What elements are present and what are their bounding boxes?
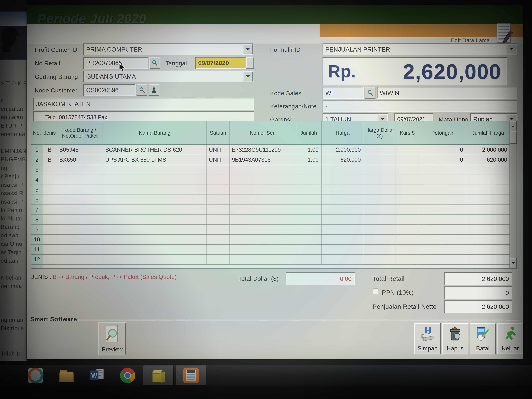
table-cell[interactable] bbox=[396, 195, 419, 204]
background-menu-item[interactable] bbox=[0, 332, 26, 341]
table-cell[interactable] bbox=[57, 205, 103, 215]
table-cell[interactable] bbox=[57, 255, 103, 264]
table-cell[interactable] bbox=[322, 175, 364, 184]
table-cell[interactable] bbox=[419, 165, 466, 175]
background-menu-item[interactable]: enjualan bbox=[0, 105, 26, 113]
table-cell[interactable] bbox=[364, 145, 396, 155]
table-cell[interactable] bbox=[396, 165, 419, 175]
sales-name-field[interactable]: WIWIN bbox=[377, 87, 517, 99]
table-cell[interactable] bbox=[322, 205, 364, 215]
background-menu-item[interactable] bbox=[0, 138, 26, 147]
taskbar-item-active[interactable] bbox=[176, 366, 206, 386]
table-cell[interactable] bbox=[322, 195, 364, 204]
table-cell[interactable] bbox=[43, 185, 57, 195]
table-cell[interactable] bbox=[396, 245, 419, 254]
table-cell[interactable] bbox=[396, 215, 419, 224]
background-menu-item[interactable]: r bbox=[0, 96, 26, 105]
keluar-button[interactable]: Keluar bbox=[497, 323, 523, 354]
table-cell[interactable] bbox=[419, 195, 466, 204]
chevron-down-icon[interactable] bbox=[243, 71, 253, 82]
scrollbar-thumb[interactable] bbox=[510, 132, 517, 144]
table-cell[interactable] bbox=[207, 225, 229, 234]
table-cell[interactable] bbox=[103, 245, 207, 254]
taskbar-item-active[interactable] bbox=[143, 366, 173, 386]
table-cell[interactable] bbox=[296, 215, 322, 224]
table-cell[interactable] bbox=[396, 205, 419, 215]
table-cell[interactable] bbox=[207, 185, 229, 195]
table-cell[interactable]: SCANNER BROTHER DS 620 bbox=[103, 145, 207, 155]
table-cell[interactable] bbox=[296, 255, 322, 264]
table-cell[interactable] bbox=[229, 205, 296, 215]
table-cell[interactable] bbox=[419, 185, 466, 195]
table-cell[interactable] bbox=[364, 205, 396, 215]
formulir-select[interactable]: PENJUALAN PRINTER bbox=[323, 44, 517, 55]
table-cell[interactable] bbox=[43, 255, 57, 264]
no-retail-input[interactable]: PR20070065 bbox=[83, 57, 148, 69]
table-cell[interactable] bbox=[43, 225, 57, 234]
table-cell[interactable]: B05945 bbox=[57, 145, 103, 155]
table-cell[interactable]: B bbox=[43, 145, 57, 155]
table-cell[interactable] bbox=[57, 235, 103, 244]
tanggal-input[interactable]: 09/07/2020 bbox=[195, 57, 246, 69]
table-cell[interactable] bbox=[296, 205, 322, 215]
table-cell[interactable] bbox=[207, 255, 229, 264]
table-cell[interactable] bbox=[43, 215, 57, 224]
table-cell[interactable] bbox=[103, 225, 207, 234]
table-cell[interactable] bbox=[466, 195, 510, 204]
edit-data-lama-link[interactable]: Edit Data Lama bbox=[451, 37, 490, 44]
simpan-button[interactable]: Simpan bbox=[414, 323, 441, 354]
table-cell[interactable] bbox=[103, 215, 207, 224]
kode-customer-input[interactable]: CS0020896 bbox=[83, 84, 136, 96]
table-cell[interactable] bbox=[103, 255, 207, 264]
tanggal-more-button[interactable]: ... bbox=[246, 57, 254, 69]
table-cell[interactable]: B bbox=[43, 155, 57, 165]
background-menu-item[interactable]: Barang bbox=[0, 223, 26, 231]
background-menu-item[interactable]: S T O K B bbox=[0, 79, 26, 88]
background-menu-item[interactable]: enjualan bbox=[0, 113, 26, 121]
table-cell[interactable] bbox=[43, 235, 57, 244]
table-cell[interactable] bbox=[396, 185, 419, 195]
table-cell[interactable] bbox=[296, 165, 322, 175]
table-cell[interactable] bbox=[322, 165, 364, 175]
table-cell[interactable] bbox=[419, 245, 466, 254]
table-cell[interactable] bbox=[322, 245, 364, 254]
hapus-button[interactable]: Hapus bbox=[442, 323, 468, 354]
table-cell[interactable] bbox=[57, 245, 103, 254]
table-cell[interactable] bbox=[296, 195, 322, 204]
table-cell[interactable]: UNIT bbox=[207, 155, 229, 165]
table-cell[interactable] bbox=[57, 225, 103, 234]
background-menu-item[interactable] bbox=[0, 88, 26, 96]
background-menu-item[interactable]: ar Tagih bbox=[0, 248, 26, 257]
table-cell[interactable] bbox=[57, 185, 103, 195]
background-menu-item[interactable]: ediaan bbox=[0, 257, 26, 265]
table-cell[interactable] bbox=[103, 185, 207, 195]
table-cell[interactable] bbox=[229, 255, 296, 264]
background-menu-item[interactable]: nsaksi P bbox=[0, 197, 26, 206]
table-cell[interactable] bbox=[466, 185, 510, 195]
background-menu-item[interactable]: ediaan bbox=[0, 231, 26, 240]
table-cell[interactable] bbox=[57, 165, 103, 175]
table-cell[interactable] bbox=[229, 195, 296, 204]
table-cell[interactable] bbox=[296, 175, 322, 184]
table-cell[interactable]: 2,000,000 bbox=[466, 145, 510, 155]
table-cell[interactable] bbox=[296, 185, 322, 195]
table-cell[interactable] bbox=[43, 165, 57, 175]
table-cell[interactable] bbox=[229, 235, 296, 244]
preview-button[interactable]: Preview bbox=[98, 322, 126, 355]
background-menu-item[interactable] bbox=[0, 299, 26, 307]
background-menu-item[interactable]: r Penju bbox=[0, 172, 26, 181]
table-cell[interactable] bbox=[364, 245, 396, 254]
table-cell[interactable] bbox=[57, 215, 103, 224]
background-menu-item[interactable]: EMINJAN bbox=[0, 147, 26, 155]
background-menu-item[interactable]: ngiriman bbox=[0, 316, 26, 324]
background-menu-item[interactable]: lo Piutar bbox=[0, 214, 26, 223]
profit-center-select[interactable]: PRIMA COMPUTER bbox=[83, 44, 253, 55]
table-cell[interactable] bbox=[419, 255, 466, 264]
table-cell[interactable] bbox=[229, 225, 296, 234]
table-cell[interactable] bbox=[396, 235, 419, 244]
batal-button[interactable]: Batal bbox=[470, 323, 496, 354]
table-cell[interactable] bbox=[364, 175, 396, 184]
table-cell[interactable] bbox=[207, 235, 229, 244]
edit-notes-icon[interactable] bbox=[492, 21, 515, 44]
table-cell[interactable] bbox=[419, 225, 466, 234]
